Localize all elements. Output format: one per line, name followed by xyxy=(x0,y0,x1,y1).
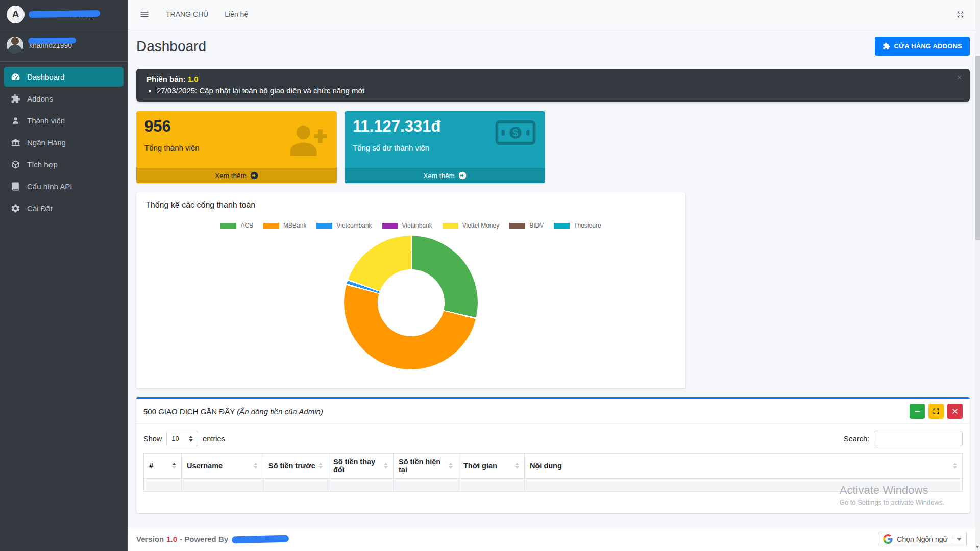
sidebar-item-integrations[interactable]: Tích hợp xyxy=(4,155,124,174)
sort-icon xyxy=(318,463,323,469)
scrollbar-down-arrow-icon[interactable] xyxy=(976,546,979,548)
legend-item[interactable]: ACB xyxy=(220,222,253,229)
nav-link-contact[interactable]: Liên hệ xyxy=(225,10,248,18)
see-more-label: Xem thêm xyxy=(215,172,247,180)
gauge-icon xyxy=(11,72,20,82)
sidebar-toggle-button[interactable] xyxy=(139,9,150,19)
sidebar-item-dashboard[interactable]: Dashboard xyxy=(4,67,124,87)
puzzle-icon xyxy=(11,94,20,104)
entries-label: entries xyxy=(203,435,225,443)
transactions-title: 500 GIAO DỊCH GẦN ĐÂY (Ẩn dòng tiền của … xyxy=(143,407,323,416)
transactions-title-text: 500 GIAO DỊCH GẦN ĐÂY xyxy=(143,407,235,416)
legend-item[interactable]: Viettel Money xyxy=(443,222,500,229)
sidebar-item-banks[interactable]: Ngân Hàng xyxy=(4,133,124,153)
sort-icon xyxy=(254,463,258,469)
avatar xyxy=(7,37,23,54)
fullscreen-button[interactable] xyxy=(956,10,965,19)
language-select[interactable]: Chọn Ngôn ngữ xyxy=(878,532,967,546)
user-panel[interactable]: khanhdz1990 xyxy=(0,29,128,62)
sidebar-item-label: Ngân Hàng xyxy=(27,138,66,147)
close-icon[interactable]: × xyxy=(957,73,962,82)
scrollbar[interactable] xyxy=(975,0,980,551)
divider xyxy=(952,535,952,543)
column-header-time[interactable]: Thời gian xyxy=(458,454,525,479)
legend-swatch xyxy=(220,223,236,229)
legend-swatch xyxy=(263,223,279,229)
column-header-content[interactable]: Nội dung xyxy=(525,454,963,479)
select-stepper-icon xyxy=(189,436,193,442)
top-navbar: TRANG CHỦ Liên hệ xyxy=(128,0,980,29)
transactions-panel: 500 GIAO DỊCH GẦN ĐÂY (Ẩn dòng tiền của … xyxy=(136,397,970,513)
members-stat-card: 956 Tổng thành viên Xem thêm xyxy=(136,111,337,183)
sidebar-item-api-config[interactable]: Cấu hình API xyxy=(4,177,124,196)
sort-icon xyxy=(449,463,453,469)
legend-item[interactable]: Viettinbank xyxy=(382,222,432,229)
close-button[interactable] xyxy=(947,404,963,419)
column-header-username[interactable]: Username xyxy=(182,454,263,479)
close-icon xyxy=(952,408,958,414)
search-label: Search: xyxy=(844,435,869,443)
expand-icon xyxy=(933,408,940,415)
changelog-item: 27/03/2025: Cập nhật lại toàn bộ giao di… xyxy=(157,86,960,95)
see-more-label: Xem thêm xyxy=(423,172,455,180)
arrow-circle-right-icon xyxy=(458,171,467,180)
sidebar-item-label: Cấu hình API xyxy=(27,182,72,191)
stat-body: 956 Tổng thành viên xyxy=(136,111,337,168)
search-input[interactable] xyxy=(874,431,963,446)
show-label: Show xyxy=(143,435,162,443)
sidebar-item-addons[interactable]: Addons xyxy=(4,89,124,109)
payment-gateways-chart-card: Thống kê các cổng thanh toán ACB MBBank … xyxy=(136,192,685,388)
collapse-button[interactable] xyxy=(910,404,925,419)
brand[interactable]: A API.VPNFAST.VN xyxy=(0,0,128,29)
nav-link-home[interactable]: TRANG CHỦ xyxy=(166,10,208,18)
members-see-more-link[interactable]: Xem thêm xyxy=(136,168,337,183)
page-head: Dashboard CỬA HÀNG ADDONS xyxy=(136,37,970,56)
legend-label: Vietcombank xyxy=(336,222,372,229)
redaction-marker xyxy=(28,38,76,44)
money-bill-icon: $ xyxy=(495,119,536,148)
balance-see-more-link[interactable]: Xem thêm xyxy=(345,168,545,183)
legend-label: Thesieure xyxy=(574,222,601,229)
svg-text:$: $ xyxy=(512,127,518,138)
gear-icon xyxy=(11,204,20,213)
column-header-balance-after[interactable]: Số tiền hiện tại xyxy=(394,454,458,479)
sort-icon xyxy=(384,463,388,469)
column-header-amount-changed[interactable]: Số tiền thay đổi xyxy=(328,454,394,479)
legend-swatch xyxy=(316,223,332,229)
stat-body: 11.127.331đ Tổng số dư thành viên $ xyxy=(345,111,545,168)
legend-label: Viettel Money xyxy=(462,222,500,229)
addons-store-button-label: CỬA HÀNG ADDONS xyxy=(894,42,962,50)
table-header-row: # Username Số tiền trước Số tiền thay đổ… xyxy=(144,454,963,479)
expand-button[interactable] xyxy=(928,404,944,419)
footer-powered-by: - Powered By xyxy=(180,535,228,543)
sidebar-nav: Dashboard Addons Thành viên Ngân Hàng Tí… xyxy=(0,62,128,223)
sort-icon xyxy=(953,463,957,469)
column-header-balance-before[interactable]: Số tiền trước xyxy=(263,454,328,479)
footer: Version 1.0 - Powered By Chọn Ngôn ngữ xyxy=(128,527,980,551)
page-size-value: 10 xyxy=(172,435,179,442)
addons-store-button[interactable]: CỬA HÀNG ADDONS xyxy=(875,37,970,56)
legend-item[interactable]: BIDV xyxy=(509,222,544,229)
transactions-table: # Username Số tiền trước Số tiền thay đổ… xyxy=(143,453,963,492)
scrollbar-thumb[interactable] xyxy=(975,56,980,240)
sidebar-item-settings[interactable]: Cài Đặt xyxy=(4,198,124,218)
footer-version: Version 1.0 - Powered By xyxy=(136,535,289,543)
sidebar-item-members[interactable]: Thành viên xyxy=(4,111,124,131)
puzzle-icon xyxy=(883,42,890,50)
transactions-panel-header: 500 GIAO DỊCH GẦN ĐÂY (Ẩn dòng tiền của … xyxy=(136,399,970,424)
sort-icon xyxy=(515,463,519,469)
legend-item[interactable]: Thesieure xyxy=(554,222,601,229)
content: Dashboard CỬA HÀNG ADDONS Phiên bản:1.0 … xyxy=(128,29,980,527)
legend-item[interactable]: Vietcombank xyxy=(316,222,372,229)
chart-legend: ACB MBBank Vietcombank Viettinbank Viett… xyxy=(145,222,676,229)
legend-label: ACB xyxy=(240,222,253,229)
changelog-list: 27/03/2025: Cập nhật lại toàn bộ giao di… xyxy=(146,86,960,95)
legend-swatch xyxy=(382,223,398,229)
legend-label: BIDV xyxy=(529,222,544,229)
column-header-index[interactable]: # xyxy=(144,454,182,479)
footer-version-number: 1.0 xyxy=(166,535,177,543)
page-size-select[interactable]: 10 xyxy=(166,431,198,446)
stat-cards-row: 956 Tổng thành viên Xem thêm 11.127.331đ xyxy=(136,111,970,183)
page-title: Dashboard xyxy=(136,38,206,55)
legend-item[interactable]: MBBank xyxy=(263,222,306,229)
